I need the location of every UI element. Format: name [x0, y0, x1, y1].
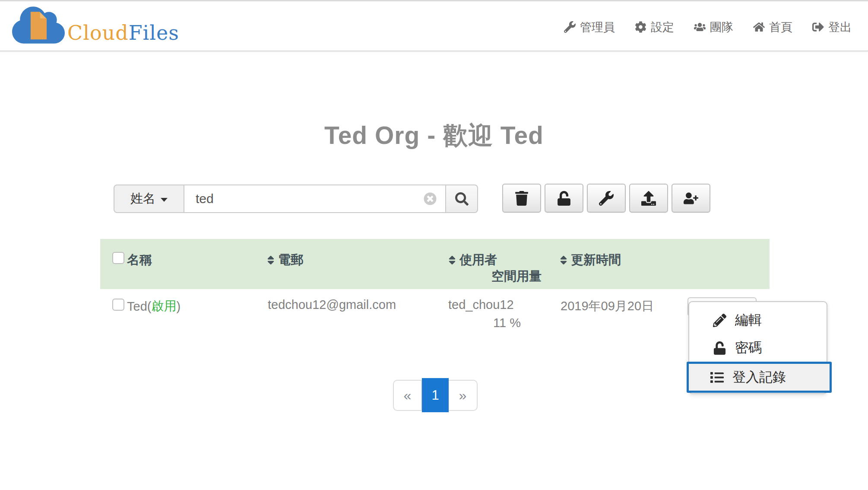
nav-item-team[interactable]: 團隊: [694, 19, 733, 35]
gear-icon: [635, 21, 646, 33]
nav-item-admin[interactable]: 管理員: [564, 19, 615, 35]
unlock-icon: [557, 191, 571, 206]
user-email: tedchou12@gmail.com: [268, 298, 396, 312]
menu-label-login-records: 登入記錄: [732, 368, 786, 386]
nav-item-settings[interactable]: 設定: [635, 19, 674, 35]
search-input-wrap: [184, 185, 446, 213]
menu-label-edit: 編輯: [735, 311, 762, 329]
top-nav: 管理員 設定 團隊 首頁 登出: [564, 1, 852, 53]
manage-button[interactable]: [587, 184, 626, 213]
nav-label-home: 首頁: [769, 19, 792, 35]
search-input[interactable]: [184, 185, 446, 213]
brand-wordmark: CloudFiles: [67, 23, 179, 43]
search-filter-label: 姓名: [130, 190, 155, 207]
cloud-file-logo-icon: [12, 4, 65, 46]
delete-button[interactable]: [502, 184, 541, 213]
search-filter-dropdown[interactable]: 姓名: [114, 185, 184, 213]
row-name-cell: Ted (啟用): [127, 298, 181, 315]
bulk-actions-toolbar: [502, 184, 710, 213]
top-header-bar: CloudFiles 管理員 設定 團隊 首頁 登出: [0, 0, 868, 51]
unlock-button[interactable]: [545, 184, 583, 213]
nav-label-settings: 設定: [651, 19, 674, 35]
column-header-email[interactable]: 電郵: [267, 251, 303, 269]
column-header-updated[interactable]: 更新時間: [560, 251, 621, 269]
wrench-icon: [564, 21, 576, 33]
sign-out-icon: [812, 21, 824, 33]
user-updated-date: 2019年09月20日: [561, 298, 654, 315]
add-user-button[interactable]: [672, 184, 710, 213]
unlock-icon: [713, 341, 726, 355]
row-actions-menu: 編輯 密碼 登入記錄: [688, 301, 827, 394]
pagination-next-button[interactable]: »: [449, 380, 478, 411]
user-plus-icon: [684, 191, 698, 206]
column-header-name: 名稱: [127, 251, 152, 269]
table-row: Ted (啟用) tedchou12@gmail.com ted_chou12 …: [100, 289, 770, 345]
user-quota: 11 %: [493, 316, 521, 330]
home-icon: [753, 21, 765, 33]
pagination-current-page[interactable]: 1: [422, 378, 449, 412]
column-header-user[interactable]: 使用者: [448, 251, 497, 269]
row-checkbox[interactable]: [112, 299, 124, 311]
upload-icon: [641, 191, 656, 206]
clear-search-icon[interactable]: [424, 192, 437, 205]
upload-button[interactable]: [629, 184, 668, 213]
select-all-checkbox[interactable]: [112, 252, 124, 264]
search-button[interactable]: [445, 185, 478, 213]
chevron-down-icon: [161, 198, 168, 202]
users-icon: [694, 21, 706, 33]
nav-item-home[interactable]: 首頁: [753, 19, 792, 35]
search-group: 姓名: [114, 185, 478, 213]
menu-item-password[interactable]: 密碼: [689, 334, 827, 362]
nav-label-team: 團隊: [710, 19, 733, 35]
page-title: Ted Org - 歡迎 Ted: [0, 119, 868, 153]
menu-item-login-records[interactable]: 登入記錄: [687, 362, 832, 393]
user-login-id: ted_chou12: [448, 298, 514, 312]
status-badge: 啟用: [151, 298, 176, 315]
sort-icon: [267, 255, 275, 266]
pencil-icon: [713, 314, 726, 327]
table-header: 名稱 電郵 使用者 空間用量 更新時間: [100, 239, 770, 289]
sort-icon: [560, 255, 567, 266]
nav-item-logout[interactable]: 登出: [812, 19, 852, 35]
nav-label-admin: 管理員: [580, 19, 615, 35]
pagination-prev-button[interactable]: «: [393, 380, 422, 411]
nav-label-logout: 登出: [828, 19, 852, 35]
trash-icon: [514, 191, 529, 206]
menu-label-password: 密碼: [735, 339, 762, 357]
user-name: Ted: [127, 299, 147, 314]
pagination: « 1 »: [393, 380, 478, 412]
wrench-icon: [599, 191, 614, 206]
search-icon: [455, 192, 469, 206]
menu-item-edit[interactable]: 編輯: [689, 306, 827, 334]
sort-icon: [448, 255, 456, 266]
brand-logo[interactable]: CloudFiles: [12, 4, 179, 46]
list-icon: [710, 371, 724, 384]
column-header-quota: 空間用量: [491, 268, 542, 285]
